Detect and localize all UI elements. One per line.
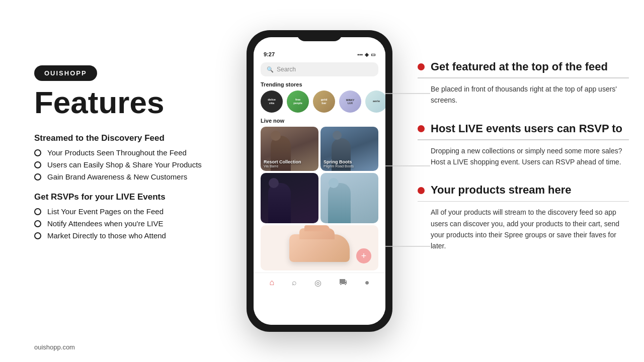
bullet-text: Market Directly to those who Attend — [47, 231, 166, 240]
search-bar[interactable]: 🔍 Search — [261, 62, 378, 76]
resort-card-label: Resort Collection Via Barre — [264, 159, 315, 168]
store-bubble-5[interactable]: aerie — [365, 90, 385, 113]
feature-title-2: Host LIVE events users can RSVP to — [431, 122, 622, 135]
battery-icon: ▭ — [371, 52, 375, 57]
search-icon: 🔍 — [267, 66, 274, 73]
red-dot-2 — [418, 125, 425, 132]
status-icons: ▪▪▪ ◈ ▭ — [357, 52, 375, 57]
feature-group-title-2: Get RSVPs for your LIVE Events — [34, 192, 246, 202]
phone-content: 9:27 ▪▪▪ ◈ ▭ 🔍 Search Trending stores — [254, 37, 385, 325]
search-placeholder: Search — [277, 66, 296, 73]
store-bubbles-row: dolcevita freepeople goldbar WINKYLUX ae… — [254, 90, 385, 118]
bullet-icon — [34, 220, 41, 227]
phone-outer: 9:27 ▪▪▪ ◈ ▭ 🔍 Search Trending stores — [247, 30, 392, 332]
bullet-text: List Your Event Pages on the Feed — [47, 207, 164, 216]
website-url: ouishopp.com — [34, 343, 75, 351]
resort-card-sublabel: Via Barre — [264, 164, 315, 168]
left-section: OUISHOPP Features Streamed to the Discov… — [34, 65, 246, 251]
feature-group-discovery: Streamed to the Discovery Feed Your Prod… — [34, 133, 246, 181]
store-bubble-4[interactable]: WINKYLUX — [339, 90, 361, 113]
signal-icon: ▪▪▪ — [357, 52, 363, 57]
bullet-icon — [34, 161, 41, 168]
resort-card-title: Resort Collection — [264, 159, 315, 164]
feature-desc-3: All of your products will stream to the … — [418, 207, 629, 252]
feature-header-1: Get featured at the top of the feed — [418, 60, 629, 73]
bullet-icon — [34, 173, 41, 180]
red-dot-3 — [418, 187, 425, 194]
bullet-text: Your Products Seen Throughout the Feed — [47, 148, 187, 157]
feature-group-rsvp: Get RSVPs for your LIVE Events List Your… — [34, 192, 246, 240]
right-section: Get featured at the top of the feed Be p… — [418, 60, 629, 268]
trending-label: Trending stores — [254, 81, 385, 90]
phone-notch — [297, 30, 342, 41]
rsvp-bullet-list: List Your Event Pages on the Feed Notify… — [34, 207, 246, 240]
list-item: List Your Event Pages on the Feed — [34, 207, 246, 216]
feature-title-1: Get featured at the top of the feed — [431, 60, 608, 73]
list-item: Users can Easily Shop & Share Your Produ… — [34, 160, 246, 169]
phone-mockup: 9:27 ▪▪▪ ◈ ▭ 🔍 Search Trending stores — [247, 30, 392, 332]
feature-divider-2 — [418, 139, 629, 140]
feature-item-2: Host LIVE events users can RSVP to Dropp… — [418, 122, 629, 168]
profile-nav-icon[interactable]: ● — [365, 278, 370, 288]
discovery-bullet-list: Your Products Seen Throughout the Feed U… — [34, 148, 246, 181]
brand-logo: OUISHOPP — [34, 65, 97, 81]
bullet-text: Notify Attendees when you're LIVE — [47, 219, 164, 228]
store-bubble-1[interactable]: dolcevita — [261, 90, 283, 113]
phone-nav: ⌂ ⌕ ◎ ⛟ ● — [254, 273, 385, 291]
boots-card-title: Spring Boots — [324, 159, 375, 164]
feature-title-3: Your products stream here — [431, 184, 572, 197]
live-card-light-1[interactable] — [320, 173, 378, 223]
phone-time: 9:27 — [264, 51, 275, 57]
list-item: Your Products Seen Throughout the Feed — [34, 148, 246, 157]
wifi-icon: ◈ — [365, 52, 369, 57]
feature-desc-1: Be placed in front of thousands right at… — [418, 83, 629, 106]
list-item: Market Directly to those who Attend — [34, 231, 246, 240]
chat-nav-icon[interactable]: ◎ — [314, 278, 321, 288]
products-row: + — [261, 225, 378, 270]
feature-desc-2: Dropping a new collections or simply nee… — [418, 145, 629, 168]
list-item: Gain Brand Awareness & New Customers — [34, 172, 246, 181]
feature-header-3: Your products stream here — [418, 184, 629, 197]
bullet-icon — [34, 208, 41, 215]
live-cards-row-2 — [254, 173, 385, 223]
home-nav-icon[interactable]: ⌂ — [269, 278, 274, 288]
phone-screen: 9:27 ▪▪▪ ◈ ▭ 🔍 Search Trending stores — [254, 37, 385, 325]
boots-card-sublabel: Pilgrim Road Boots — [324, 164, 375, 168]
live-card-resort[interactable]: Resort Collection Via Barre — [261, 127, 318, 171]
store-bubble-2[interactable]: freepeople — [287, 90, 309, 113]
feature-group-title-1: Streamed to the Discovery Feed — [34, 133, 246, 143]
bullet-icon — [34, 149, 41, 156]
bullet-text: Users can Easily Shop & Share Your Produ… — [47, 160, 202, 169]
add-button[interactable]: + — [356, 248, 371, 263]
feature-header-2: Host LIVE events users can RSVP to — [418, 122, 629, 135]
feature-divider-3 — [418, 201, 629, 202]
bullet-text: Gain Brand Awareness & New Customers — [47, 172, 187, 181]
feature-divider-1 — [418, 77, 629, 78]
live-cards-row-1: Resort Collection Via Barre Spring Boots… — [254, 127, 385, 171]
page-title: Features — [34, 87, 246, 118]
live-card-boots[interactable]: Spring Boots Pilgrim Road Boots — [320, 127, 378, 171]
search-nav-icon[interactable]: ⌕ — [292, 278, 297, 288]
store-bubble-3[interactable]: goldbar — [313, 90, 335, 113]
red-dot-1 — [418, 63, 425, 70]
cart-nav-icon[interactable]: ⛟ — [339, 278, 347, 288]
list-item: Notify Attendees when you're LIVE — [34, 219, 246, 228]
feature-item-1: Get featured at the top of the feed Be p… — [418, 60, 629, 106]
live-label: Live now — [254, 118, 385, 127]
feature-item-3: Your products stream here All of your pr… — [418, 184, 629, 251]
bullet-icon — [34, 232, 41, 239]
boots-card-label: Spring Boots Pilgrim Road Boots — [324, 159, 375, 168]
live-card-dark-1[interactable] — [261, 173, 318, 223]
